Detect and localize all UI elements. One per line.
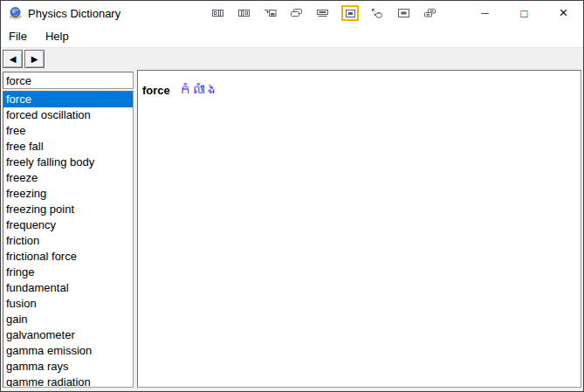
menu-help[interactable]: Help — [45, 27, 77, 45]
list-item[interactable]: freezing — [3, 186, 133, 202]
menu-file[interactable]: File — [9, 27, 35, 45]
minimize-to-left-icon[interactable] — [210, 7, 225, 20]
list-item[interactable]: fusion — [3, 296, 133, 312]
back-button[interactable]: ◀ — [3, 50, 23, 68]
list-item[interactable]: forced oscillation — [3, 107, 133, 123]
main-area: forceforced oscillationfreefree fallfree… — [1, 70, 583, 391]
list-item[interactable]: freezing point — [3, 202, 133, 217]
list-item[interactable]: gain — [3, 312, 133, 327]
always-on-top-icon[interactable] — [341, 5, 359, 21]
cascade-windows-icon[interactable] — [289, 7, 304, 20]
minimize-to-right-icon[interactable] — [237, 7, 251, 20]
term-list[interactable]: forceforced oscillationfreefree fallfree… — [3, 91, 134, 388]
maximize-button[interactable]: □ — [505, 1, 544, 25]
list-item[interactable]: freely falling body — [3, 155, 133, 170]
search-input[interactable] — [3, 72, 134, 89]
back-arrow-icon: ◀ — [10, 54, 17, 64]
titlebar-tools — [210, 1, 437, 25]
dictionary-entry: force កំលាំង — [142, 82, 576, 97]
list-item[interactable]: freeze — [3, 170, 133, 186]
list-item[interactable]: galvanometer — [3, 327, 133, 343]
toolbar: ◀ ▶ — [1, 47, 583, 70]
list-item[interactable]: fringe — [3, 265, 133, 280]
roll-up-icon[interactable] — [315, 7, 330, 20]
send-to-back-icon[interactable] — [423, 7, 437, 20]
forward-button[interactable]: ▶ — [24, 50, 45, 68]
entry-translation: កំលាំង — [179, 82, 218, 97]
list-item[interactable]: frictional force — [3, 249, 133, 265]
list-item[interactable]: fundamental — [3, 280, 133, 296]
globe-in-hand-icon — [8, 6, 23, 21]
full-screen-icon[interactable] — [396, 7, 411, 20]
list-item[interactable]: friction — [3, 233, 133, 249]
menubar: File Help — [1, 25, 583, 47]
definition-panel: force កំលាំង — [137, 70, 581, 388]
list-item[interactable]: free fall — [3, 139, 133, 155]
transparency-icon[interactable] — [370, 7, 385, 20]
list-item[interactable]: frequency — [3, 217, 133, 233]
app-window: Physics Dictionary — [0, 0, 584, 392]
titlebar: Physics Dictionary — [1, 1, 583, 25]
list-item[interactable]: gamme radiation — [3, 375, 133, 388]
minimize-button[interactable]: ─ — [465, 1, 505, 25]
close-button[interactable]: × — [544, 1, 583, 25]
window-controls: ─ □ × — [465, 1, 583, 25]
list-item[interactable]: gamma emission — [3, 343, 133, 359]
list-item[interactable]: force — [3, 92, 133, 107]
sidebar: forceforced oscillationfreefree fallfree… — [3, 70, 134, 388]
list-item[interactable]: gamma rays — [3, 359, 133, 375]
move-to-monitor-icon[interactable] — [263, 7, 278, 20]
window-title: Physics Dictionary — [28, 7, 120, 20]
list-item[interactable]: free — [3, 123, 133, 139]
entry-headword: force — [142, 84, 170, 97]
forward-arrow-icon: ▶ — [31, 54, 38, 64]
